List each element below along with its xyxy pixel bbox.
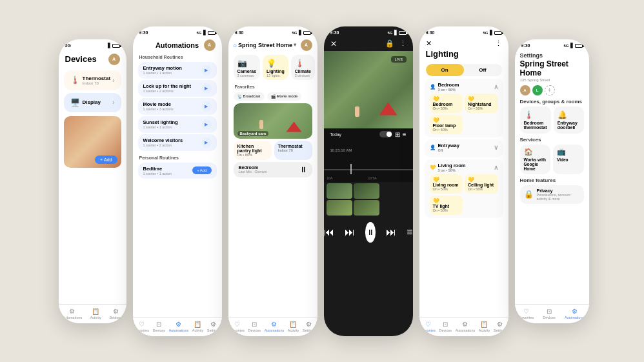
user-avatar-3[interactable]: A [301, 39, 312, 51]
thumb-2[interactable] [354, 183, 379, 199]
auto-label-5: Automations [456, 328, 476, 332]
nav-set-2[interactable]: ⚙ Settings [207, 321, 220, 332]
routine-5[interactable]: Welcome visitors 1 starter • 2 action ▶ [138, 134, 217, 151]
list-view-4[interactable]: ≡ [403, 131, 407, 138]
close-icon-4[interactable]: ✕ [330, 39, 337, 48]
lighting-card[interactable]: 💡 Lighting 12 lights [263, 55, 288, 80]
routine-3[interactable]: Movie mode 1 starter • 3 actions ▶ [138, 98, 217, 115]
user-avatar-2[interactable]: A [204, 39, 216, 51]
timeline[interactable]: 10A 10:5A [324, 156, 413, 182]
add-user-btn[interactable]: + [545, 85, 555, 96]
display-card[interactable]: 🖥️ Display › [64, 93, 121, 112]
spring-title: ⌂ Spring Street Home ▾ [234, 42, 296, 48]
play-btn-3[interactable]: ▶ [201, 101, 212, 112]
fav-icon-2: ♡ [139, 321, 145, 328]
toggle-off[interactable]: Off [464, 64, 502, 76]
lr-light-name: Living room [433, 183, 460, 187]
nav-act-5[interactable]: 📋 Activity [479, 321, 490, 332]
nav-auto-5[interactable]: ⚙ Automations [456, 321, 476, 332]
nav-set-3[interactable]: ⚙ Settings [303, 321, 316, 332]
bedroom-light[interactable]: 💛 Bedroom On • 50% [430, 94, 463, 113]
movie-chip[interactable]: 🎬 Movie mode [267, 92, 302, 101]
living-room-light[interactable]: 💛 Living room On • 50% [430, 174, 463, 194]
play-btn-2[interactable]: ▶ [201, 83, 212, 94]
broadcast-chip[interactable]: 📡 Broadcast [234, 92, 265, 101]
nav-automations-1[interactable]: ⚙ Automations [63, 308, 83, 319]
add-button[interactable]: + Add [95, 156, 117, 164]
camera-preview[interactable]: Backyard cam [234, 103, 312, 139]
cameras-card[interactable]: 📷 Cameras 3 cameras [234, 55, 261, 80]
lighting-header: ✕ ⋮ [419, 37, 508, 49]
grid-view-4[interactable]: ⊞ [395, 131, 400, 138]
person-4 [355, 106, 359, 117]
nightstand-light[interactable]: 💛 Nightstand On • 50% [465, 94, 498, 113]
floor-lamp-light[interactable]: 💛 Floor lamp On • 50% [430, 115, 463, 134]
google-home-card[interactable]: 🏠 Works with Google Home [520, 145, 551, 174]
user-avatar-1[interactable]: A [108, 54, 120, 65]
tv-light[interactable]: 💛 TV light On • 50% [430, 196, 463, 215]
more-icon-4[interactable]: ⋮ [399, 39, 407, 48]
routine-1[interactable]: Entryway motion 1 starter • 1 action ▶ [138, 62, 217, 79]
nav-act-2[interactable]: 📋 Activity [192, 321, 203, 332]
thumb-1[interactable] [327, 183, 352, 199]
bedroom-thermo-card[interactable]: 🌡️ Bedroom thermostat [520, 106, 551, 134]
toggle-on[interactable]: On [426, 64, 464, 76]
nav-dev-5[interactable]: ⊡ Devices [439, 321, 452, 332]
thumb-4[interactable] [354, 200, 379, 216]
climate-card[interactable]: 🌡️ Climate 2 devices [291, 55, 315, 80]
more-icon-5[interactable]: ⋮ [495, 39, 502, 48]
living-room-header[interactable]: 💛 Living room 3 on • 50% ∧ [430, 163, 498, 172]
nav-fav-2[interactable]: ♡ Favorites [134, 321, 149, 332]
nav-auto-3[interactable]: ⚙ Automations [265, 321, 285, 332]
living-room-chevron[interactable]: ∧ [494, 164, 498, 171]
bedtime-routine[interactable]: Bedtime 1 starter • 1 action + Add [138, 163, 217, 179]
bedroom-group-header[interactable]: 👤 Bedroom 3 on • 50% ∧ [430, 82, 498, 92]
play-btn-4[interactable]: ▶ [201, 119, 212, 130]
nav-act-3[interactable]: 📋 Activity [288, 321, 299, 332]
pantry-card[interactable]: Kitchen pantry light On • 80% [234, 141, 272, 160]
nav-fav-6[interactable]: ♡ Favorites [519, 308, 534, 319]
thermostat-card-3[interactable]: Thermostat Indoor 70 [274, 141, 312, 160]
thermostat-card[interactable]: 🌡️ Thermostat Indoor 70 › [64, 70, 121, 90]
on-off-toggle[interactable]: On Off [426, 64, 502, 76]
close-icon-5[interactable]: ✕ [426, 39, 432, 48]
add-routine-btn[interactable]: + Add [192, 166, 211, 174]
nav-dev-3[interactable]: ⊡ Devices [248, 321, 261, 332]
nav-settings-1[interactable]: ⚙ Settings [109, 308, 122, 319]
ceiling-light[interactable]: 💛 Ceiling light On • 50% [465, 174, 498, 194]
privacy-card[interactable]: 🔒 Privacy Permissions, account activity … [520, 185, 584, 204]
play-btn-1[interactable]: ▶ [201, 65, 212, 75]
nav-set-5[interactable]: ⚙ Settings [494, 321, 507, 332]
spring-header: ⌂ Spring Street Home ▾ A [228, 37, 317, 52]
nav-auto-2[interactable]: ⚙ Automations [169, 321, 189, 332]
pause-icon[interactable]: ⏸ [299, 165, 307, 174]
google-icon-6: 🏠 [524, 148, 547, 156]
menu-btn[interactable]: ≡ [407, 226, 412, 238]
toggle-4[interactable] [379, 131, 392, 137]
doorbell-card[interactable]: 🔔 Entryway doorbell [554, 106, 584, 134]
nav-fav-5[interactable]: ♡ Favorites [421, 321, 436, 332]
routine-4[interactable]: Sunset lighting 1 starter • 1 action ▶ [138, 116, 217, 133]
nav-activity-1[interactable]: 📋 Activity [90, 308, 101, 319]
entryway-group-header[interactable]: 👤 Entryway Off ∨ [430, 143, 498, 152]
nav-fav-3[interactable]: ♡ Favorites [230, 321, 245, 332]
nav-dev-6[interactable]: ⊡ Devices [543, 308, 556, 319]
play-btn-5[interactable]: ▶ [201, 137, 212, 148]
fwd-btn[interactable]: ⏭ [386, 226, 396, 238]
video-card[interactable]: 📺 Video [553, 145, 584, 174]
dropdown-icon-3[interactable]: ▾ [294, 42, 296, 48]
play-pause-btn[interactable]: ⏸ [365, 222, 376, 243]
pantry-name: Kitchen pantry light [237, 144, 268, 153]
thumb-3[interactable] [327, 200, 352, 216]
back-btn[interactable]: ⏭ [345, 226, 355, 238]
nav-auto-6[interactable]: ⚙ Automations [565, 308, 585, 319]
avatar-l[interactable]: L [532, 85, 543, 96]
lock-icon-4[interactable]: 🔒 [385, 39, 394, 48]
avatar-a[interactable]: A [520, 85, 530, 96]
routine-2[interactable]: Lock up for the night 1 starter • 2 acti… [138, 80, 217, 97]
prev-btn[interactable]: ⏮ [324, 226, 334, 238]
nav-devices-2[interactable]: ⊡ Devices [152, 321, 165, 332]
music-card[interactable]: Bedroom Last Mix · Giovani ⏸ [234, 162, 312, 177]
bedroom-chevron[interactable]: ∧ [494, 83, 498, 90]
entryway-chevron[interactable]: ∨ [494, 144, 498, 151]
